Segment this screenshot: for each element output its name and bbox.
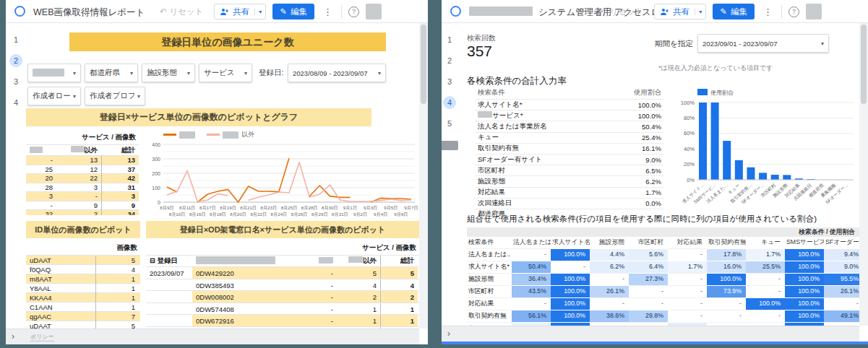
svg-text:20%: 20% — [684, 161, 695, 168]
table-row: サービス*100.0% — [475, 110, 664, 121]
svg-text:0: 0 — [158, 200, 160, 205]
table-cell: 0DW429220 — [192, 267, 280, 279]
edit-button[interactable]: ✎編集 — [713, 4, 755, 19]
page-item-3[interactable]: 3 — [443, 75, 456, 88]
column-header: 総計 — [380, 256, 418, 266]
scrollbar-thumb[interactable] — [861, 25, 867, 104]
table-corner-header: サービス / 画像数 — [146, 242, 419, 255]
heatmap-cell: 100.0% — [785, 285, 824, 297]
share-button[interactable]: 共有 ▾ — [214, 4, 266, 19]
user-avatar[interactable] — [806, 4, 822, 19]
heatmap-cell: 100.0% — [746, 297, 785, 310]
svg-text:9月4日: 9月4日 — [374, 212, 387, 217]
share-caret-icon[interactable]: ▾ — [254, 9, 265, 15]
share-button[interactable]: 共有 ▾ — [654, 4, 706, 19]
heatmap-cell: 100.0% — [785, 273, 824, 285]
column-header: 求人サイト名* — [551, 237, 590, 248]
table-row: Y8AAL1 — [26, 283, 140, 292]
collapse-icon[interactable]: ⊟ — [150, 256, 158, 264]
desktop-background: { "left_window": { "titlebar": { "title"… — [0, 0, 868, 348]
svg-text:9月6日: 9月6日 — [394, 212, 408, 217]
undo-icon: ↶ — [600, 6, 607, 17]
toolbar-divider — [341, 5, 342, 18]
page-item-1[interactable]: 1 — [443, 33, 456, 46]
heatmap-cell: 4.4% — [590, 248, 629, 261]
column-header: 以外 — [56, 145, 101, 156]
heatmap-cell: - — [512, 297, 551, 310]
filter-dropdown-3[interactable]: サービス▾ — [199, 64, 252, 82]
heatmap-cell: 49.1% — [824, 310, 859, 322]
date-range-dropdown[interactable]: 2023/08/09 - 2023/09/07▾ — [288, 64, 386, 82]
table-cell: KKAA4 — [26, 293, 95, 303]
more-options-button[interactable]: ⋮ — [321, 6, 335, 17]
table-cell: 2 — [56, 209, 101, 215]
filter-dropdown-2[interactable]: 施設形態▾ — [142, 64, 195, 82]
svg-text:9月5日: 9月5日 — [384, 205, 398, 211]
row-label: 対応結果 — [467, 297, 512, 310]
required-note: *は現在入力必須となっている項目です — [658, 64, 773, 73]
page-item-3[interactable]: 3 — [9, 75, 22, 88]
help-button[interactable]: ? — [788, 6, 799, 17]
heatmap-cell: 38.6% — [590, 310, 629, 322]
help-button[interactable]: ? — [348, 6, 359, 17]
period-dropdown[interactable]: 2023/09/01 - 2023/09/07▾ — [697, 34, 829, 53]
user-avatar[interactable] — [366, 4, 382, 19]
page-item-5[interactable]: 5 — [443, 117, 456, 130]
page-item-2[interactable]: 2 — [443, 54, 456, 67]
edit-button[interactable]: ✎編集 — [272, 4, 314, 19]
heatmap-cell: 100.0% — [551, 248, 590, 261]
filter-dropdown[interactable]: ▾ — [27, 64, 81, 82]
policy-link[interactable]: ポリシー — [30, 333, 54, 342]
filter-dropdown-1[interactable]: 作成者プロファ...▾ — [85, 87, 145, 105]
page-item-4[interactable]: 4 — [443, 96, 456, 109]
table-row: KKAA41 — [26, 292, 140, 302]
heatmap-cell: - — [590, 297, 629, 310]
heatmap-cell: - — [590, 273, 629, 285]
row-value: 25.4% — [642, 134, 661, 142]
footer-bar: › — [442, 326, 859, 342]
heatmap-cell: - — [512, 248, 551, 261]
table-cell: - — [26, 155, 56, 165]
heatmap-cell: 5.6% — [629, 248, 668, 261]
chevron-down-icon: ▾ — [73, 70, 76, 77]
share-caret-icon[interactable]: ▾ — [695, 9, 705, 15]
page-item-1[interactable]: 1 — [9, 33, 22, 46]
heatmap-cell: 1.7% — [746, 248, 785, 261]
table-cell: 0DW008002 — [192, 291, 280, 303]
filter-dropdown-1[interactable]: 都道府県▾ — [85, 64, 138, 82]
person-add-icon — [220, 8, 229, 16]
scrollbar[interactable] — [419, 23, 428, 329]
expand-pagenav-button[interactable]: › — [12, 331, 14, 342]
pencil-icon: ✎ — [280, 6, 287, 17]
table-row: 32234 — [26, 209, 139, 215]
svg-text:8月28日: 8月28日 — [301, 205, 318, 211]
table-cell-date — [146, 315, 192, 326]
table-row: 202242 — [26, 173, 139, 183]
table-cell: 22 — [56, 173, 101, 183]
reset-button[interactable]: ↶リセット — [155, 4, 208, 19]
table-cell: 1 — [95, 303, 139, 312]
heatmap-cell: 100.0% — [785, 261, 824, 273]
more-options-button[interactable]: ⋮ — [761, 6, 775, 17]
report-canvas: 検索回数 357 期間を指定 2023/09/01 - 2023/09/07▾ … — [457, 23, 859, 326]
svg-text:9月7日: 9月7日 — [404, 205, 418, 211]
page-item-4[interactable]: 4 — [9, 96, 22, 109]
table-cell: 0DW672916 — [192, 315, 280, 326]
heatmap-cell: 26.1% — [590, 285, 629, 297]
table-cell: 5 — [95, 321, 139, 329]
scrollbar[interactable] — [859, 23, 868, 326]
table-cell: uDAAT — [26, 256, 95, 265]
table-row: 施設形態6.2% — [475, 175, 664, 186]
expand-pagenav-button[interactable]: › — [447, 329, 450, 339]
filter-dropdown-0[interactable]: 作成者ロール▾ — [27, 87, 81, 105]
svg-text:8月9日: 8月9日 — [160, 205, 173, 211]
scrollbar-thumb[interactable] — [421, 25, 426, 104]
table-cell: - — [280, 279, 337, 291]
table-cell: 4 — [380, 279, 418, 291]
column-header: 市区町村 — [629, 237, 668, 248]
row-label: 対応結果 — [478, 188, 505, 197]
table-row: f0QAQ4 — [26, 264, 140, 274]
page-item-2[interactable]: 2 — [9, 54, 22, 67]
row-value: 16.1% — [642, 144, 661, 152]
reset-button[interactable]: ↶リセット — [596, 4, 648, 19]
